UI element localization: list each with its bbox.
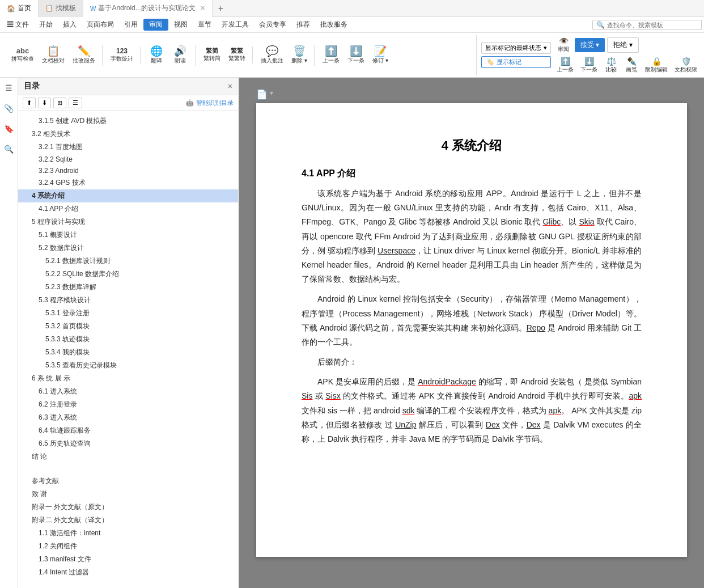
trad-simp-icon: 繁简 xyxy=(206,48,218,54)
toc-item-522[interactable]: 5.2.2 SQLite 数据库介绍 xyxy=(18,268,238,281)
spell-check-button[interactable]: abc 拼写检查 xyxy=(8,46,37,64)
toc-item-5[interactable]: 5 程序设计与实现 xyxy=(18,215,238,229)
toc-item-64[interactable]: 6.4 轨迹跟踪服务 xyxy=(18,424,238,437)
toc-item-conclusion[interactable]: 结 论 xyxy=(18,450,238,463)
prev-track-icon: ⬆️ xyxy=(561,57,570,66)
menu-view[interactable]: 视图 xyxy=(169,19,192,31)
search-input[interactable] xyxy=(607,22,698,28)
tab-doc[interactable]: W 基于Android...的设计与实现论文 ✕ xyxy=(83,0,213,17)
next-comment-button[interactable]: ⬇️ 下一条 xyxy=(344,45,368,66)
compare-button[interactable]: ⚖️ 比较 xyxy=(602,56,620,75)
toc-up-button[interactable]: ⬆ xyxy=(23,98,36,108)
reject-button[interactable]: 拒绝 ▾ xyxy=(607,37,638,53)
menu-page-layout[interactable]: 页面布局 xyxy=(82,19,118,31)
toc-item-12[interactable]: 1.2 关闭组件 xyxy=(18,540,238,553)
toc-item-531[interactable]: 5.3.1 登录注册 xyxy=(18,307,238,320)
toc-item-62[interactable]: 6.2 注册登录 xyxy=(18,398,238,411)
prev-comment-button[interactable]: ⬆️ 上一条 xyxy=(319,45,343,66)
toc-item-acknowledgment[interactable]: 致 谢 xyxy=(18,488,238,501)
next-track-icon: ⬇️ xyxy=(584,57,594,66)
toc-expand-button[interactable]: ⊞ xyxy=(53,98,66,108)
menu-file[interactable]: ☰ 文件 xyxy=(2,19,33,31)
toc-item-65[interactable]: 6.5 历史轨迹查询 xyxy=(18,437,238,450)
simp-trad-button[interactable]: 繁繁 繁繁转 xyxy=(225,46,249,64)
review-service-button[interactable]: ✏️ 批改服务 xyxy=(69,45,99,66)
toc-item-533[interactable]: 5.3.3 轨迹模块 xyxy=(18,333,238,346)
toc-item-321[interactable]: 3.2.1 百度地图 xyxy=(18,141,238,154)
sidebar-close-button[interactable]: × xyxy=(228,82,232,91)
left-icon-menu[interactable]: ☰ xyxy=(1,80,17,96)
toc-item-532[interactable]: 5.3.2 首页模块 xyxy=(18,320,238,333)
template-tab-label: 找模板 xyxy=(56,3,76,13)
toc-item-appendix1[interactable]: 附录一 外文文献（原文） xyxy=(18,501,238,514)
toc-item-535[interactable]: 5.3.5 查看历史记录模块 xyxy=(18,359,238,372)
doc-compare-button[interactable]: 📋 文档校对 xyxy=(39,45,68,66)
doc-tab-close[interactable]: ✕ xyxy=(200,5,205,12)
menu-vip[interactable]: 会员专享 xyxy=(255,19,291,31)
modify-button[interactable]: 📝 修订 ▾ xyxy=(369,45,392,66)
document-area[interactable]: 📄 ▾ 4 系统介绍 4.1 APP 介绍 该系统客户端为基于 Android … xyxy=(239,78,704,588)
next-track-button[interactable]: ⬇️ 下一条 xyxy=(578,56,600,75)
left-icon-bookmark[interactable]: 🔖 xyxy=(1,121,17,137)
menu-review[interactable]: 审阅 xyxy=(143,19,168,31)
document-page[interactable]: 4 系统介绍 4.1 APP 介绍 该系统客户端为基于 Android 系统的移… xyxy=(256,103,687,557)
translate-button[interactable]: 🌐 翻译 xyxy=(145,45,168,66)
toc-item-53[interactable]: 5.3 程序模块设计 xyxy=(18,294,238,307)
doc-protect-label: 文档权限 xyxy=(675,66,697,74)
toc-item-521[interactable]: 5.2.1 数据库设计规则 xyxy=(18,255,238,268)
toc-item-14[interactable]: 1.4 Intent 过滤器 xyxy=(18,566,238,579)
menu-dev-tools[interactable]: 开发工具 xyxy=(217,19,253,31)
menu-chapter[interactable]: 章节 xyxy=(193,19,216,31)
menu-reference[interactable]: 引用 xyxy=(120,19,142,31)
trad-simp-button[interactable]: 繁简 繁转简 xyxy=(200,46,224,64)
prev-track-button[interactable]: ⬆️ 上一条 xyxy=(554,56,576,75)
review-button[interactable]: 👁️ 审阅 xyxy=(554,35,572,54)
toc-item-61[interactable]: 6.1 进入系统 xyxy=(18,385,238,398)
accept-button[interactable]: 接受 ▾ xyxy=(575,38,605,52)
toc-item-references[interactable]: 参考文献 xyxy=(18,475,238,488)
toc-item-51[interactable]: 5.1 概要设计 xyxy=(18,229,238,242)
show-marks-button[interactable]: 🏷️ 显示标记 xyxy=(481,56,551,68)
toc-item-4[interactable]: 4 系统介绍 xyxy=(18,189,238,202)
toc-item-323[interactable]: 3.2.3 Android xyxy=(18,165,238,176)
toc-item-322[interactable]: 3.2.2 Sqlite xyxy=(18,154,238,165)
toc-item-52[interactable]: 5.2 数据库设计 xyxy=(18,242,238,255)
modify-label: 修订 ▾ xyxy=(372,57,388,65)
doc-protect-button[interactable]: 🛡️ 文档权限 xyxy=(672,56,699,75)
tab-template[interactable]: 📋 找模板 xyxy=(39,0,83,17)
left-icon-attachment[interactable]: 📎 xyxy=(1,100,17,116)
word-count-button[interactable]: 123 字数统计 xyxy=(107,46,137,64)
read-aloud-button[interactable]: 🔊 朗读 xyxy=(169,45,192,66)
toc-item-11[interactable]: 1.1 激活组件：intent xyxy=(18,527,238,540)
search-box[interactable]: 🔍 xyxy=(592,20,702,30)
toc-item-63[interactable]: 6.3 进入系统 xyxy=(18,411,238,424)
toc-item-6[interactable]: 6 系 统 展 示 xyxy=(18,372,238,385)
toc-item-appendix2[interactable]: 附录二 外文文献（译文） xyxy=(18,514,238,527)
toc-menu-button[interactable]: ☰ xyxy=(69,98,82,108)
toc-item-13[interactable]: 1.3 manifest 文件 xyxy=(18,553,238,566)
chapter-title: 4 系统介绍 xyxy=(302,137,642,154)
toc-item-324[interactable]: 3.2.4 GPS 技术 xyxy=(18,176,238,189)
toc-item-534[interactable]: 5.3.4 我的模块 xyxy=(18,346,238,359)
tab-home[interactable]: 🏠 首页 xyxy=(0,0,39,17)
menu-start[interactable]: 开始 xyxy=(35,19,57,31)
left-icon-search[interactable]: 🔍 xyxy=(1,141,17,157)
sidebar-header: 目录 × xyxy=(18,78,238,95)
toc-item-41[interactable]: 4.1 APP 介绍 xyxy=(18,202,238,215)
toolbar: abc 拼写检查 📋 文档校对 ✏️ 批改服务 123 字数统计 🌐 翻译 xyxy=(0,33,704,78)
menu-recommend[interactable]: 推荐 xyxy=(292,19,315,31)
toc-item-32[interactable]: 3.2 相关技术 xyxy=(18,128,238,141)
status-dropdown[interactable]: 显示标记的最终状态 ▾ xyxy=(481,42,551,54)
toc-item-523[interactable]: 5.2.3 数据库详解 xyxy=(18,281,238,294)
tab-add-button[interactable]: + xyxy=(213,3,229,14)
insert-comment-button[interactable]: 💬 插入批注 xyxy=(257,45,287,66)
simp-trad-icon: 繁繁 xyxy=(231,48,243,54)
pen-button[interactable]: ✒️ 画笔 xyxy=(622,56,641,75)
spell-check-icon: abc xyxy=(16,47,29,54)
delete-button[interactable]: 🗑️ 删除 ▾ xyxy=(288,45,311,66)
toc-down-button[interactable]: ⬇ xyxy=(38,98,51,108)
limit-edit-button[interactable]: 🔒 限制编辑 xyxy=(643,56,670,75)
menu-insert[interactable]: 插入 xyxy=(58,19,81,31)
toc-item-315[interactable]: 3.1.5 创建 AVD 模拟器 xyxy=(18,115,238,128)
menu-review-service[interactable]: 批改服务 xyxy=(316,19,352,31)
